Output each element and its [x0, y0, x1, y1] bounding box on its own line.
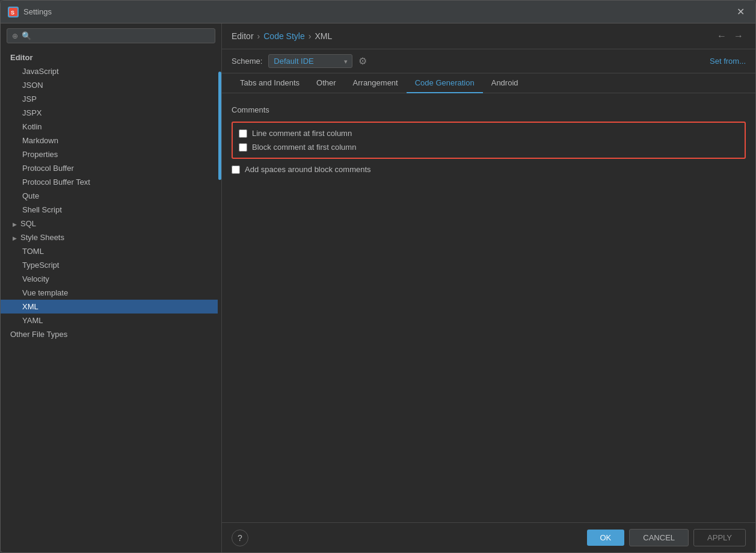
- scheme-select[interactable]: Default IDE: [268, 54, 352, 68]
- scheme-label: Scheme:: [232, 57, 262, 66]
- sidebar-item-yaml[interactable]: YAML: [1, 314, 221, 327]
- sidebar-item-kotlin[interactable]: Kotlin: [1, 120, 221, 134]
- block-comment-label[interactable]: Block comment at first column: [252, 143, 356, 152]
- highlighted-checkboxes: Line comment at first column Block comme…: [232, 122, 746, 176]
- sidebar-item-velocity[interactable]: Velocity: [1, 272, 221, 286]
- tab-code-generation[interactable]: Code Generation: [407, 73, 483, 93]
- search-icon: ⊕: [12, 32, 18, 40]
- nav-forward-button[interactable]: →: [731, 29, 746, 43]
- footer-bar: ? OK CANCEL APPLY: [222, 522, 755, 552]
- svg-text:S: S: [11, 10, 14, 16]
- comments-section-title: Comments: [232, 105, 746, 114]
- breadcrumb-current: XML: [315, 31, 332, 41]
- set-from-link[interactable]: Set from...: [710, 57, 746, 66]
- sidebar-item-xml[interactable]: XML: [1, 300, 221, 314]
- sidebar-tree: Editor JavaScript JSON JSP JSPX Kotlin M…: [1, 48, 221, 552]
- sidebar-item-markdown[interactable]: Markdown: [1, 134, 221, 147]
- breadcrumb: Editor › Code Style › XML ← →: [222, 23, 755, 49]
- checkbox-row-spaces-around: Add spaces around block comments: [232, 162, 746, 176]
- line-comment-checkbox[interactable]: [239, 129, 247, 138]
- sidebar-item-protocol-buffer-text[interactable]: Protocol Buffer Text: [1, 175, 221, 189]
- sidebar-item-qute[interactable]: Qute: [1, 189, 221, 203]
- cancel-button[interactable]: CANCEL: [629, 529, 689, 546]
- sidebar-item-toml[interactable]: TOML: [1, 244, 221, 258]
- dialog-title: Settings: [23, 7, 733, 16]
- scheme-gear-icon[interactable]: ⚙: [358, 55, 367, 67]
- breadcrumb-code-style[interactable]: Code Style: [263, 31, 304, 41]
- close-button[interactable]: ✕: [733, 5, 748, 19]
- line-comment-label[interactable]: Line comment at first column: [252, 129, 352, 138]
- breadcrumb-sep1: ›: [257, 31, 260, 41]
- nav-back-button[interactable]: ←: [715, 29, 729, 43]
- spaces-around-checkbox[interactable]: [232, 165, 240, 174]
- sidebar-item-vue-template[interactable]: Vue template: [1, 286, 221, 300]
- sidebar-item-shell-script[interactable]: Shell Script: [1, 203, 221, 217]
- scheme-bar: Scheme: Default IDE ⚙ Set from...: [222, 49, 755, 73]
- help-button[interactable]: ?: [232, 530, 248, 546]
- sidebar-item-style-sheets[interactable]: Style Sheets: [1, 230, 221, 244]
- tab-android[interactable]: Android: [483, 73, 527, 93]
- sidebar-item-other-file-types[interactable]: Other File Types: [1, 327, 221, 341]
- tab-arrangement[interactable]: Arrangement: [345, 73, 407, 93]
- sidebar-section-editor: Editor: [1, 51, 221, 64]
- panel-content: Comments Line comment at first column Bl…: [222, 93, 755, 522]
- search-input[interactable]: [22, 31, 210, 40]
- breadcrumb-editor: Editor: [232, 31, 254, 41]
- content-area: ⊕ Editor JavaScript JSON JSP JSPX Kotlin…: [1, 23, 755, 552]
- sidebar-item-jsp[interactable]: JSP: [1, 92, 221, 106]
- sidebar-item-typescript[interactable]: TypeScript: [1, 258, 221, 272]
- sidebar-item-jspx[interactable]: JSPX: [1, 106, 221, 120]
- tabs-bar: Tabs and Indents Other Arrangement Code …: [222, 73, 755, 93]
- title-bar: S Settings ✕: [1, 1, 755, 23]
- sidebar-item-json[interactable]: JSON: [1, 78, 221, 92]
- nav-arrows: ← →: [715, 29, 746, 43]
- apply-button[interactable]: APPLY: [693, 529, 746, 546]
- breadcrumb-sep2: ›: [309, 31, 312, 41]
- sidebar-item-properties[interactable]: Properties: [1, 147, 221, 161]
- tab-other[interactable]: Other: [308, 73, 345, 93]
- sidebar: ⊕ Editor JavaScript JSON JSP JSPX Kotlin…: [1, 23, 222, 552]
- scheme-select-wrap: Default IDE: [268, 54, 352, 68]
- ok-button[interactable]: OK: [587, 530, 625, 546]
- tab-tabs-and-indents[interactable]: Tabs and Indents: [232, 73, 308, 93]
- checkbox-row-block-comment: Block comment at first column: [239, 140, 739, 154]
- sidebar-item-protocol-buffer[interactable]: Protocol Buffer: [1, 161, 221, 175]
- main-panel: Editor › Code Style › XML ← → Scheme: De…: [222, 23, 755, 552]
- checkbox-row-line-comment: Line comment at first column: [239, 126, 739, 140]
- settings-dialog: S Settings ✕ ⊕ Editor JavaScript JSON JS…: [0, 0, 756, 553]
- block-comment-checkbox[interactable]: [239, 143, 247, 152]
- search-box[interactable]: ⊕: [7, 28, 215, 43]
- spaces-around-label[interactable]: Add spaces around block comments: [245, 165, 371, 174]
- sidebar-item-javascript[interactable]: JavaScript: [1, 64, 221, 78]
- sidebar-scrollbar[interactable]: [218, 54, 221, 552]
- app-icon: S: [8, 7, 19, 17]
- sidebar-scrollbar-thumb: [218, 72, 221, 180]
- sidebar-item-sql[interactable]: SQL: [1, 217, 221, 230]
- highlighted-box: Line comment at first column Block comme…: [232, 122, 746, 159]
